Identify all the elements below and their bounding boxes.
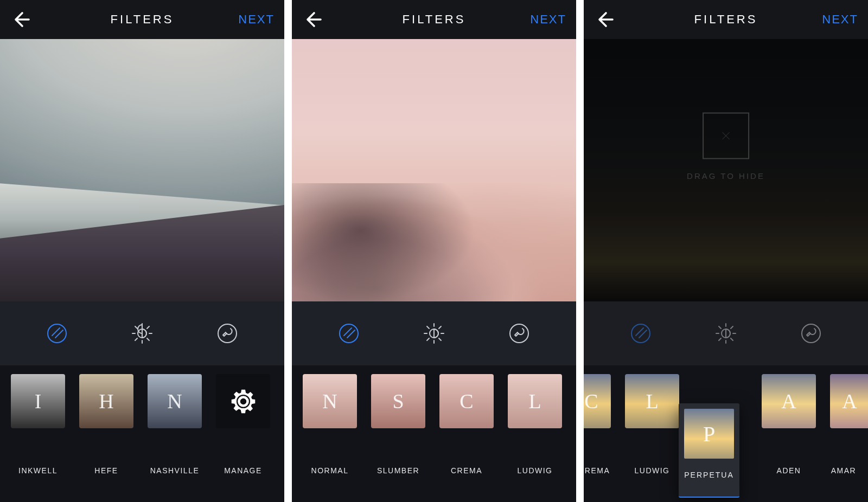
- tab-lux-icon[interactable]: [127, 318, 157, 349]
- filter-label: HEFE: [79, 466, 133, 475]
- filter-crema-partial[interactable]: C: [584, 374, 611, 428]
- header-title: FILTERS: [403, 12, 466, 27]
- header-title: FILTERS: [694, 12, 758, 27]
- tab-filters-icon[interactable]: [42, 318, 72, 349]
- tab-edit-icon[interactable]: [504, 318, 534, 349]
- drop-box: [703, 113, 749, 159]
- filter-inkwell[interactable]: I: [11, 374, 65, 428]
- photo-preview[interactable]: [292, 39, 576, 301]
- filter-thumb: P: [684, 409, 734, 459]
- svg-point-13: [340, 324, 358, 343]
- filter-amaro-partial[interactable]: A: [830, 374, 857, 428]
- svg-line-39: [719, 338, 721, 340]
- filter-label: NORMAL: [303, 466, 357, 475]
- photo-preview[interactable]: DRAG TO HIDE: [584, 39, 868, 301]
- filter-strip[interactable]: I H N INKWELL HEFE NASHVILLE MANAGE: [0, 365, 284, 502]
- close-icon: [720, 130, 732, 142]
- tool-tabs: [292, 301, 576, 365]
- svg-line-10: [147, 326, 149, 329]
- filter-strip[interactable]: C L A A REMA LUDWIG . ADEN AMAR P PERPET…: [584, 365, 868, 502]
- filter-ludwig[interactable]: L: [625, 374, 679, 428]
- filter-ludwig[interactable]: L: [508, 374, 562, 428]
- dragged-filter-perpetua[interactable]: P PERPETUA: [679, 403, 739, 498]
- filter-thumb: L: [508, 374, 562, 428]
- svg-line-37: [731, 338, 733, 340]
- next-button[interactable]: NEXT: [530, 12, 566, 27]
- header-title: FILTERS: [111, 12, 174, 27]
- svg-line-21: [427, 326, 429, 329]
- phone-screen-clouds: FILTERS NEXT N S C L NORMAL SLUMBER CREM…: [292, 0, 576, 502]
- svg-line-22: [439, 338, 441, 340]
- filter-crema[interactable]: C: [439, 374, 494, 428]
- next-button[interactable]: NEXT: [822, 12, 858, 27]
- filter-thumb: N: [148, 374, 202, 428]
- svg-line-24: [427, 338, 429, 340]
- svg-line-38: [731, 326, 733, 329]
- tab-edit-icon[interactable]: [212, 318, 242, 349]
- tool-tabs: [0, 301, 284, 365]
- filter-label: CREMA: [439, 466, 494, 475]
- filter-hefe[interactable]: H: [79, 374, 133, 428]
- filter-strip[interactable]: N S C L NORMAL SLUMBER CREMA LUDWIG: [292, 365, 576, 502]
- filter-label: LUDWIG: [625, 466, 679, 475]
- filter-thumb: A: [762, 374, 816, 428]
- filter-label: MANAGE: [216, 466, 270, 475]
- filter-thumb: I: [11, 374, 65, 428]
- filter-label: PERPETUA: [684, 471, 733, 479]
- svg-line-9: [147, 338, 149, 340]
- svg-line-8: [135, 326, 137, 329]
- filter-label: LUDWIG: [508, 466, 562, 475]
- filter-label: SLUMBER: [371, 466, 425, 475]
- filter-label: INKWELL: [11, 466, 65, 475]
- filter-thumb: C: [584, 374, 611, 428]
- drag-to-hide-target[interactable]: DRAG TO HIDE: [687, 113, 765, 181]
- filter-label: REMA: [584, 466, 611, 475]
- next-button[interactable]: NEXT: [238, 12, 275, 27]
- tab-edit-icon[interactable]: [796, 318, 826, 349]
- header: FILTERS NEXT: [584, 0, 868, 39]
- filter-thumb: [216, 374, 270, 428]
- filter-nashville[interactable]: N: [148, 374, 202, 428]
- svg-point-0: [48, 324, 66, 343]
- phone-screen-dusk: FILTERS NEXT DRAG TO HIDE C L A A: [584, 0, 868, 502]
- filter-label: ADEN: [762, 466, 816, 475]
- back-button[interactable]: [299, 7, 326, 33]
- tab-lux-icon[interactable]: [711, 318, 741, 349]
- drop-label: DRAG TO HIDE: [687, 171, 765, 181]
- filter-thumb: A: [830, 374, 868, 428]
- svg-line-36: [719, 326, 721, 329]
- tab-lux-icon[interactable]: [419, 318, 449, 349]
- filter-thumb: H: [79, 374, 133, 428]
- photo-preview[interactable]: [0, 39, 284, 301]
- filter-normal[interactable]: N: [303, 374, 357, 428]
- back-button[interactable]: [591, 7, 617, 33]
- gear-icon: [228, 387, 258, 416]
- tab-filters-icon[interactable]: [626, 318, 656, 349]
- filter-thumb: S: [371, 374, 425, 428]
- manage-filters[interactable]: [216, 374, 270, 428]
- filter-label: NASHVILLE: [148, 466, 202, 475]
- filter-aden[interactable]: A: [762, 374, 816, 428]
- back-button[interactable]: [8, 7, 34, 33]
- filter-thumb: L: [625, 374, 679, 428]
- tool-tabs: [584, 301, 868, 365]
- tab-filters-icon[interactable]: [334, 318, 364, 349]
- header: FILTERS NEXT: [0, 0, 284, 39]
- filter-thumb: N: [303, 374, 357, 428]
- svg-point-28: [631, 324, 650, 343]
- filter-thumb: C: [439, 374, 494, 428]
- header: FILTERS NEXT: [292, 0, 576, 39]
- svg-line-11: [135, 338, 137, 340]
- svg-line-23: [439, 326, 441, 329]
- filter-label: AMAR: [830, 466, 857, 475]
- phone-screen-beach: FILTERS NEXT I H N: [0, 0, 284, 502]
- filter-slumber[interactable]: S: [371, 374, 425, 428]
